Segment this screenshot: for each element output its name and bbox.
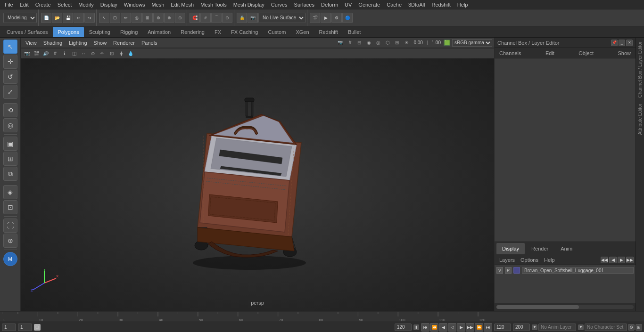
current-frame2-input[interactable] <box>18 324 32 331</box>
go-end-btn[interactable]: ⏭ <box>484 323 492 332</box>
tab-fx-caching[interactable]: FX Caching <box>226 27 263 37</box>
menu-windows[interactable]: Windows <box>121 0 148 9</box>
xray-view-icon[interactable]: ◎ <box>374 39 382 47</box>
heads-up-icon[interactable]: ℹ <box>60 49 69 58</box>
live-btn[interactable]: 🔒 <box>237 13 247 23</box>
undo-btn[interactable]: ↩ <box>74 13 84 23</box>
workspace-dropdown[interactable]: Modeling <box>3 13 37 23</box>
shader-btn[interactable]: 🔵 <box>342 13 353 23</box>
snap2-btn[interactable]: ⊗ <box>164 13 174 23</box>
universal-tool-btn[interactable]: ⟲ <box>3 103 17 117</box>
menu-cache[interactable]: Cache <box>384 0 405 9</box>
layer-scroll-prev-btn[interactable]: ◀ <box>609 257 617 263</box>
total-frames-input[interactable] <box>513 324 530 331</box>
paint-select-btn[interactable]: ✏ <box>121 13 131 23</box>
grid-snap-btn[interactable]: # <box>200 13 211 23</box>
layers-nav-layers[interactable]: Layers <box>496 257 518 263</box>
go-start-btn[interactable]: ⏮ <box>421 323 429 332</box>
menu-edit-mesh[interactable]: Edit Mesh <box>168 0 197 9</box>
soft-select-btn[interactable]: ◎ <box>132 13 142 23</box>
resolution-icon[interactable]: ⊞ <box>393 39 401 47</box>
channel-box-minimize-btn[interactable]: _ <box>619 40 625 46</box>
color-icon[interactable]: 🟩 <box>444 40 450 46</box>
char-set-dropdown-btn[interactable]: ▼ <box>578 324 584 330</box>
grid2-icon[interactable]: # <box>51 49 59 58</box>
anim-layer-selector[interactable]: No Anim Layer <box>538 324 576 331</box>
anim-layer-dropdown-btn[interactable]: ▼ <box>532 324 537 330</box>
render-settings-btn[interactable]: ⚙ <box>331 13 342 23</box>
symmetry-btn[interactable]: ⊞ <box>142 13 153 23</box>
play-back-btn[interactable]: ◁ <box>448 323 456 332</box>
lasso-btn[interactable]: ⊡ <box>110 13 120 23</box>
region-render-btn[interactable]: ⊡ <box>3 200 17 214</box>
audio-icon[interactable]: 🔊 <box>41 49 50 58</box>
menu-generate[interactable]: Generate <box>355 0 383 9</box>
select-mode-btn[interactable]: ↖ <box>99 13 109 23</box>
layers-nav-help[interactable]: Help <box>541 257 558 263</box>
vp-menu-renderer[interactable]: Renderer <box>110 38 138 48</box>
char-set-selector[interactable]: No Character Set <box>585 324 627 331</box>
sculpt-icon[interactable]: ⊡ <box>107 49 116 58</box>
camera-btn[interactable]: 📷 <box>248 13 258 23</box>
menu-redshift[interactable]: Redshift <box>429 0 453 9</box>
menu-display[interactable]: Display <box>98 0 120 9</box>
vp-menu-lighting[interactable]: Lighting <box>66 38 90 48</box>
char-set-settings-btn[interactable]: ⚙ <box>628 324 635 331</box>
show-manip-btn[interactable]: ▣ <box>3 137 17 151</box>
wireframe-icon[interactable]: ⊟ <box>355 39 363 47</box>
curve-snap-btn[interactable]: ⌒ <box>211 13 222 23</box>
xray-btn[interactable]: ⊕ <box>3 234 17 248</box>
char-set-extra-btn[interactable]: ⊞ <box>636 324 642 331</box>
layer-row[interactable]: V P Brown_Open_Softshell_Luggage_001 <box>495 265 636 275</box>
menu-3dtall[interactable]: 3DtoAll <box>405 0 428 9</box>
tab-sculpting[interactable]: Sculpting <box>84 27 115 37</box>
step-back-btn[interactable]: ◀ <box>439 323 447 332</box>
snap-grid-btn[interactable]: ⊞ <box>3 152 17 166</box>
cloth-icon[interactable]: ⧫ <box>117 49 125 58</box>
tab-rigging[interactable]: Rigging <box>116 27 142 37</box>
render-view-btn[interactable]: ◈ <box>3 185 17 199</box>
timeline-ruler[interactable]: 1102030405060708090100110120 <box>2 312 642 322</box>
menu-uv[interactable]: UV <box>342 0 355 9</box>
play-fwd-btn[interactable]: ▶ <box>457 323 465 332</box>
channel-nav-object[interactable]: Object <box>576 50 596 56</box>
channel-nav-show[interactable]: Show <box>615 50 634 56</box>
select-tool-btn[interactable]: ↖ <box>3 40 17 54</box>
vp-menu-shading[interactable]: Shading <box>41 38 65 48</box>
film-icon[interactable]: 🎬 <box>32 49 41 58</box>
menu-modify[interactable]: Modify <box>75 0 96 9</box>
snap-curve-btn[interactable]: ⧉ <box>3 167 17 181</box>
menu-curves[interactable]: Curves <box>268 0 290 9</box>
menu-mesh[interactable]: Mesh <box>149 0 167 9</box>
next-key-btn[interactable]: ⏩ <box>475 323 483 332</box>
layer-playback-btn[interactable]: P <box>505 267 512 274</box>
camera-icon[interactable]: 📷 <box>336 39 345 47</box>
layers-nav-options[interactable]: Options <box>518 257 541 263</box>
tab-custom[interactable]: Custom <box>264 27 291 37</box>
tab-curves-surfaces[interactable]: Curves / Surfaces <box>2 27 52 37</box>
hud-icon[interactable]: ◫ <box>70 49 78 58</box>
tab-xgen[interactable]: XGen <box>291 27 314 37</box>
menu-edit[interactable]: Edit <box>17 0 32 9</box>
menu-deform[interactable]: Deform <box>318 0 341 9</box>
render-btn[interactable]: 🎬 <box>310 13 320 23</box>
viewport-3d[interactable]: persp X Y Z <box>21 58 494 311</box>
layer-scroll-next-btn[interactable]: ▶ <box>618 257 625 263</box>
tab-rendering[interactable]: Rendering <box>176 27 209 37</box>
snap-btn[interactable]: ⊕ <box>153 13 164 23</box>
ipr-btn[interactable]: ▶ <box>321 13 331 23</box>
open-file-btn[interactable]: 📂 <box>52 13 62 23</box>
tab-bullet[interactable]: Bullet <box>343 27 366 37</box>
display-tab-anim[interactable]: Anim <box>555 243 578 254</box>
point-snap-btn[interactable]: ⊙ <box>222 13 232 23</box>
channel-box-close-btn[interactable]: ✕ <box>626 40 633 46</box>
layer-name-bar[interactable]: Brown_Open_Softshell_Luggage_001 <box>522 267 634 274</box>
lighting-icon[interactable]: ☀ <box>402 39 411 47</box>
silhouette-btn[interactable]: ⛶ <box>3 219 17 233</box>
frame-indicator[interactable]: ▢ <box>34 324 41 331</box>
layer-scroll-right-btn[interactable]: ▶▶ <box>626 257 634 263</box>
fluid-icon[interactable]: 💧 <box>126 49 135 58</box>
tab-fx[interactable]: FX <box>210 27 226 37</box>
current-frame-input[interactable] <box>2 324 16 331</box>
magnet-btn[interactable]: 🧲 <box>190 13 200 23</box>
